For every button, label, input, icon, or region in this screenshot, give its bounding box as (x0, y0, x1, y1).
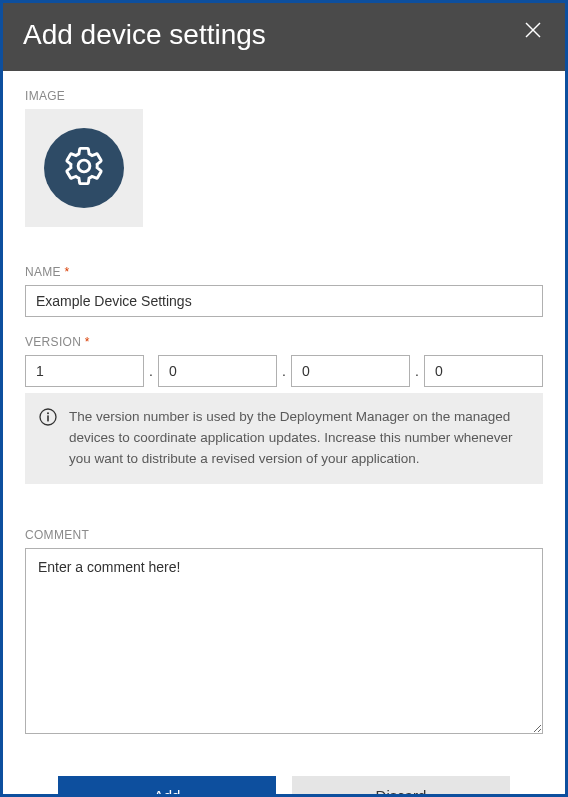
add-button[interactable]: Add (58, 776, 276, 797)
name-input[interactable] (25, 285, 543, 317)
version-info-box: The version number is used by the Deploy… (25, 393, 543, 484)
version-patch-input[interactable] (291, 355, 410, 387)
comment-textarea[interactable] (25, 548, 543, 734)
name-label: NAME * (25, 265, 543, 279)
dialog-title: Add device settings (23, 19, 266, 51)
dialog-content: IMAGE NAME * VERSION * . . (3, 71, 565, 756)
comment-label: COMMENT (25, 528, 543, 542)
comment-field-group: COMMENT (25, 528, 543, 738)
close-icon (525, 20, 541, 42)
version-separator: . (148, 363, 154, 379)
image-field-group: IMAGE (25, 89, 543, 247)
gear-icon-circle (44, 128, 124, 208)
image-preview[interactable] (25, 109, 143, 227)
discard-button[interactable]: Discard (292, 776, 510, 797)
svg-point-4 (47, 412, 49, 414)
image-label: IMAGE (25, 89, 543, 103)
version-build-input[interactable] (424, 355, 543, 387)
version-separator: . (281, 363, 287, 379)
gear-icon (62, 144, 106, 192)
version-major-input[interactable] (25, 355, 144, 387)
version-minor-input[interactable] (158, 355, 277, 387)
info-icon (39, 408, 57, 430)
svg-point-2 (78, 160, 90, 172)
dialog-footer: Add Discard (3, 756, 565, 797)
version-field-group: VERSION * . . . The version number is us… (25, 335, 543, 484)
svg-rect-5 (47, 415, 49, 421)
required-marker: * (65, 265, 70, 279)
version-label: VERSION * (25, 335, 543, 349)
version-separator: . (414, 363, 420, 379)
name-field-group: NAME * (25, 265, 543, 317)
version-info-text: The version number is used by the Deploy… (69, 407, 529, 470)
version-row: . . . (25, 355, 543, 387)
required-marker: * (85, 335, 90, 349)
dialog-header: Add device settings (3, 3, 565, 71)
close-button[interactable] (521, 19, 545, 43)
